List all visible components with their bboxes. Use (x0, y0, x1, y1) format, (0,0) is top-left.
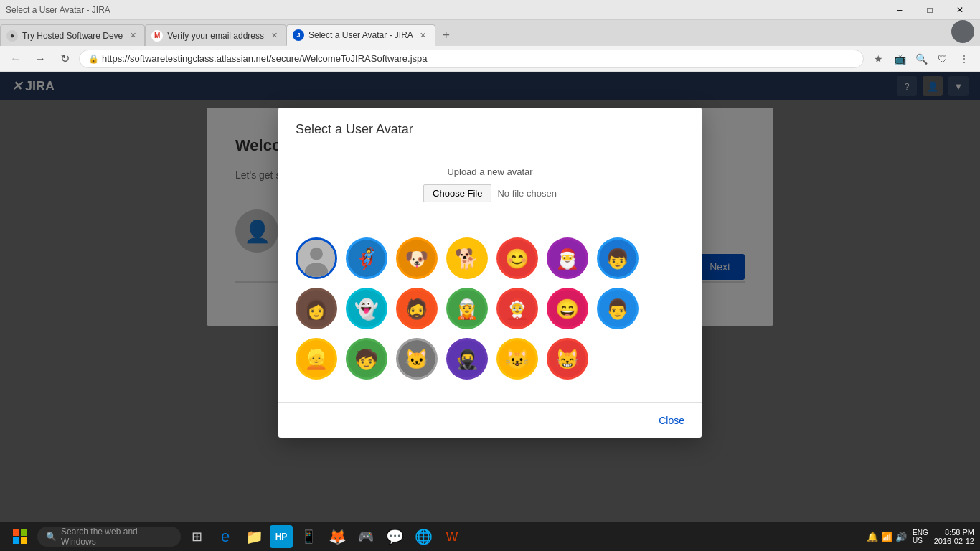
svg-rect-42 (21, 529, 27, 536)
maximize-button[interactable]: □ (915, 0, 944, 20)
avatar-5[interactable]: 🎅 (547, 237, 588, 279)
svg-text:🦸: 🦸 (354, 246, 380, 271)
avatar-8[interactable]: 👻 (346, 288, 387, 329)
avatar-14[interactable]: 👱 (296, 338, 337, 380)
svg-text:😺: 😺 (505, 348, 529, 371)
avatar-3[interactable]: 🐕 (446, 237, 488, 279)
tab-1[interactable]: ● Try Hosted Software Deve ✕ (0, 24, 145, 46)
avatar-17[interactable]: 🥷 (446, 338, 488, 380)
notification-icon[interactable]: 🔔 (867, 532, 878, 542)
wifi-icon[interactable]: 📶 (881, 532, 892, 542)
url-bar[interactable]: 🔒 https://softwaretestingclass.atlassian… (79, 50, 864, 68)
select-avatar-modal: Select a User Avatar Upload a new avatar… (278, 108, 702, 438)
tab-label-2: Verify your email address (167, 31, 264, 41)
svg-text:🧒: 🧒 (354, 348, 379, 371)
avatar-9[interactable]: 🧔 (396, 288, 438, 329)
modal-footer: Close (278, 402, 702, 438)
extension-icon[interactable]: 🔍 (911, 49, 931, 69)
tab-close-2[interactable]: ✕ (268, 30, 280, 42)
tab-label-1: Try Hosted Software Deve (22, 31, 123, 41)
choose-file-button[interactable]: Choose File (423, 184, 491, 202)
avatar-grid: 🦸 🐶 🐕 (296, 232, 684, 385)
close-button[interactable]: Close (659, 415, 684, 426)
svg-text:🤶: 🤶 (505, 298, 529, 321)
system-icons: 🔔 📶 🔊 (867, 532, 907, 542)
file-explorer-icon[interactable]: 📁 (241, 524, 267, 550)
volume-icon[interactable]: 🔊 (895, 532, 907, 542)
new-tab-button[interactable]: + (435, 24, 457, 46)
taskbar: 🔍 Search the web and Windows ⊞ e 📁 HP 📱 … (0, 522, 980, 551)
svg-text:👱: 👱 (304, 348, 329, 371)
chrome-icon[interactable]: 🌐 (410, 524, 436, 550)
svg-text:🧝: 🧝 (455, 298, 479, 321)
avatar-16[interactable]: 🐱 (396, 338, 438, 380)
tab-2[interactable]: M Verify your email address ✕ (145, 24, 286, 46)
task-view-button[interactable]: ⊞ (184, 524, 209, 550)
edge-icon[interactable]: e (212, 524, 238, 550)
modal-overlay: Select a User Avatar Upload a new avatar… (0, 72, 980, 522)
avatar-10[interactable]: 🧝 (446, 288, 488, 329)
back-button[interactable]: ← (6, 49, 26, 69)
svg-text:🐱: 🐱 (405, 348, 429, 371)
browser-menu[interactable]: ⋮ (954, 49, 974, 69)
viber-icon[interactable]: 📱 (296, 524, 321, 550)
avatar-7[interactable]: 👩 (296, 288, 337, 329)
tab-favicon-3: J (293, 29, 304, 41)
tab-label-3: Select a User Avatar - JIRA (308, 30, 413, 40)
taskbar-search-text: Search the web and Windows (61, 527, 172, 547)
svg-rect-44 (21, 537, 27, 544)
clock: 8:58 PM (934, 528, 974, 537)
avatar-15[interactable]: 🧒 (346, 338, 387, 380)
url-text: https://softwaretestingclass.atlassian.n… (102, 53, 428, 64)
taskbar-lang: ENG US (913, 529, 928, 545)
avatar-default[interactable] (296, 237, 337, 279)
avatar-2[interactable]: 🐶 (396, 237, 438, 279)
start-button[interactable] (6, 524, 34, 550)
office-icon[interactable]: W (439, 524, 465, 550)
avatar-6[interactable]: 👦 (597, 237, 639, 279)
avatar-1[interactable]: 🦸 (346, 237, 387, 279)
profile-icon[interactable] (951, 20, 974, 43)
svg-text:🐶: 🐶 (405, 248, 429, 270)
svg-text:👨: 👨 (606, 298, 630, 321)
svg-rect-41 (13, 529, 19, 536)
avatar-11[interactable]: 🤶 (496, 288, 538, 329)
shield-icon[interactable]: 🛡 (933, 49, 953, 69)
cast-icon[interactable]: 📺 (890, 49, 910, 69)
svg-text:😄: 😄 (555, 298, 580, 321)
firefox-icon[interactable]: 🦊 (324, 524, 350, 550)
svg-text:🎅: 🎅 (555, 248, 580, 270)
tab-close-1[interactable]: ✕ (127, 30, 138, 42)
close-button[interactable]: ✕ (946, 0, 974, 20)
avatar-19[interactable]: 😸 (547, 338, 588, 380)
avatar-12[interactable]: 😄 (547, 288, 588, 329)
file-input-row: Choose File No file chosen (296, 184, 684, 202)
window-controls: – □ ✕ (885, 0, 974, 20)
skype-icon[interactable]: 💬 (382, 524, 407, 550)
tab-3[interactable]: J Select a User Avatar - JIRA ✕ (286, 24, 435, 46)
modal-body: Upload a new avatar Choose File No file … (278, 149, 702, 402)
svg-text:👻: 👻 (354, 298, 379, 321)
avatar-4[interactable]: 😊 (496, 237, 538, 279)
avatar-18[interactable]: 😺 (496, 338, 538, 380)
tab-close-3[interactable]: ✕ (418, 29, 429, 41)
refresh-button[interactable]: ↻ (55, 49, 75, 69)
svg-point-1 (310, 248, 323, 260)
bookmark-icon[interactable]: ★ (868, 49, 888, 69)
address-bar: ← → ↻ 🔒 https://softwaretestingclass.atl… (0, 46, 980, 72)
svg-text:😸: 😸 (555, 348, 580, 371)
forward-button[interactable]: → (30, 49, 50, 69)
hp-icon[interactable]: HP (270, 525, 293, 548)
file-name-text: No file chosen (497, 188, 556, 199)
svg-text:👩: 👩 (304, 298, 329, 321)
modal-header: Select a User Avatar (278, 108, 702, 149)
taskbar-search[interactable]: 🔍 Search the web and Windows (37, 527, 181, 547)
window-title: Select a User Avatar - JIRA (6, 5, 110, 15)
minimize-button[interactable]: – (885, 0, 914, 20)
avatar-13[interactable]: 👨 (597, 288, 639, 329)
tab-favicon-1: ● (6, 30, 18, 42)
svg-text:👦: 👦 (606, 248, 630, 270)
modal-title: Select a User Avatar (296, 122, 684, 137)
taskbar-right: 🔔 📶 🔊 ENG US 8:58 PM 2016-02-12 (867, 528, 974, 545)
steam-icon[interactable]: 🎮 (353, 524, 379, 550)
